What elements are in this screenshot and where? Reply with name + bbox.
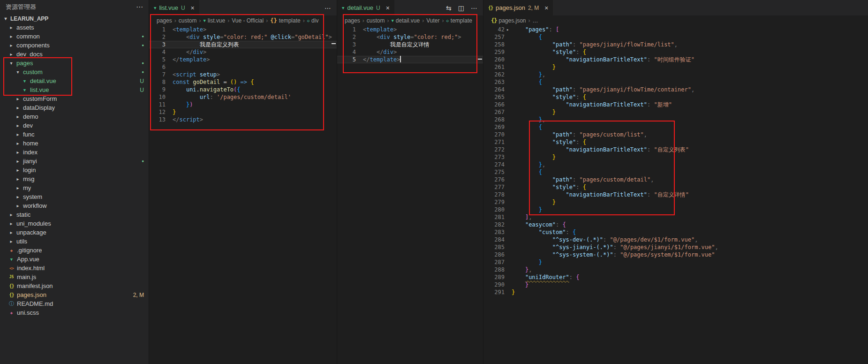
tree-item-login[interactable]: ▸login	[0, 166, 149, 174]
tab-list-vue[interactable]: ▼ list.vue U ×	[149, 0, 200, 15]
breadcrumb-item-template[interactable]: {}template	[270, 17, 300, 24]
code-line[interactable]: 285 "^sys-jianyi-(.*)": "@/pages/jianyi/…	[483, 243, 868, 251]
code-line[interactable]: 290 }	[483, 281, 868, 288]
tree-item-custom[interactable]: ▾custom●	[0, 68, 149, 76]
tree-item-customform[interactable]: ▸customForm	[0, 94, 149, 103]
breadcrumb-item-custom[interactable]: custom	[367, 17, 385, 24]
tree-root-learun-app[interactable]: ▾ LEARUN_APP	[0, 14, 149, 23]
code-editor[interactable]: 1<template>2 <div style="color: red;" @c…	[149, 26, 337, 364]
code-line[interactable]: 280 }	[483, 206, 868, 213]
tree-item-app.vue[interactable]: ▼App.vue	[0, 255, 149, 264]
tree-item-static[interactable]: ▸static	[0, 210, 149, 219]
tree-item-datadisplay[interactable]: ▸dataDisplay	[0, 103, 149, 112]
code-line[interactable]: 6	[149, 63, 337, 71]
code-line[interactable]: 261 }	[483, 63, 868, 71]
code-line[interactable]: 286 "^sys-system-(.*)": "@/pages/system/…	[483, 251, 868, 258]
tree-item-demo[interactable]: ▸demo	[0, 112, 149, 121]
explorer-more-actions-icon[interactable]: ⋯	[136, 3, 143, 11]
code-line[interactable]: 8const goDetail = () => {	[149, 78, 337, 86]
tree-item-manifest.json[interactable]: {}manifest.json	[0, 281, 149, 290]
code-line[interactable]: 260 "navigationBarTitleText": "时间组件验证"	[483, 56, 868, 63]
tree-item-uni.scss[interactable]: ◈uni.scss	[0, 308, 149, 317]
code-editor[interactable]: 1<template>2 <div style="color: red;">3 …	[337, 26, 483, 364]
code-line[interactable]: 281 ],	[483, 213, 868, 221]
code-line[interactable]: 264 "path": "pages/jianyi/flowTime/conta…	[483, 86, 868, 93]
breadcrumb-item-detail.vue[interactable]: ▼detail.vue	[391, 17, 420, 24]
breadcrumb-item-pages.json[interactable]: {}pages.json	[491, 17, 526, 24]
code-line[interactable]: 1<template>	[149, 26, 337, 33]
tree-item-readme.md[interactable]: ⓘREADME.md	[0, 299, 149, 308]
breadcrumb-item-vuter[interactable]: Vuter	[426, 17, 439, 24]
code-line[interactable]: 278 "navigationBarTitleText": "自定义详情"	[483, 191, 868, 198]
code-line[interactable]: 2 <div style="color: red;">	[337, 33, 483, 41]
code-line[interactable]: 279 }	[483, 198, 868, 206]
close-icon[interactable]: ×	[386, 4, 390, 12]
tree-item-home[interactable]: ▸home	[0, 139, 149, 148]
tree-item-index.html[interactable]: <>index.html	[0, 264, 149, 273]
tree-item-workflow[interactable]: ▸workflow	[0, 201, 149, 210]
code-line[interactable]: 289 "uniIdRouter": {	[483, 273, 868, 281]
more-actions-icon[interactable]: ⋯	[471, 4, 477, 12]
tree-item-my[interactable]: ▸my	[0, 183, 149, 192]
code-line[interactable]: 266 "navigationBarTitleText": "新增"	[483, 101, 868, 108]
split-editor-icon[interactable]: ◫	[458, 4, 464, 12]
tree-item-index[interactable]: ▸index	[0, 148, 149, 157]
breadcrumb-item-template[interactable]: ◇template	[446, 17, 472, 24]
code-line[interactable]: 275 {	[483, 168, 868, 176]
open-changes-icon[interactable]: ⇆	[446, 4, 452, 12]
fold-collapsed-icon[interactable]: ▸	[506, 26, 509, 33]
code-line[interactable]: 267 }	[483, 108, 868, 116]
tree-item-jianyi[interactable]: ▸jianyi●	[0, 157, 149, 166]
tree-item-dev_docs[interactable]: ▸dev_docs	[0, 50, 149, 59]
code-line[interactable]: 258 "path": "pages/jianyi/flowTime/list"…	[483, 41, 868, 48]
code-line[interactable]: 12}	[149, 108, 337, 116]
tree-item-msg[interactable]: ▸msg	[0, 174, 149, 183]
breadcrumb-item-list.vue[interactable]: ▼list.vue	[203, 17, 225, 24]
code-line[interactable]: 276 "path": "pages/custom/detail",	[483, 176, 868, 183]
code-line[interactable]: 42▸ "pages": [	[483, 26, 868, 33]
code-line[interactable]: 9 uni.navigateTo({	[149, 86, 337, 93]
tree-item-main.js[interactable]: JSmain.js	[0, 273, 149, 281]
code-line[interactable]: 284 "^sys-dev-(.*)": "@/pages/dev/$1/for…	[483, 236, 868, 243]
tree-item-.gitignore[interactable]: ◆.gitignore	[0, 246, 149, 255]
code-line[interactable]: 269 {	[483, 123, 868, 131]
tree-item-list.vue[interactable]: ▼list.vueU	[0, 85, 149, 94]
close-icon[interactable]: ×	[544, 4, 548, 12]
tab-pages-json[interactable]: {} pages.json 2, M ×	[483, 0, 553, 15]
code-line[interactable]: 270 "path": "pages/custom/list",	[483, 131, 868, 138]
code-line[interactable]: 5</template>	[149, 56, 337, 63]
code-line[interactable]: 4 </div>	[337, 48, 483, 56]
code-line[interactable]: 3 我是自定义列表	[149, 41, 337, 48]
code-line[interactable]: 4 </div>	[149, 48, 337, 56]
tab-detail-vue[interactable]: ▼ detail.vue U ×	[337, 0, 395, 15]
code-line[interactable]: 10 url: '/pages/custom/detail'	[149, 93, 337, 101]
tree-item-assets[interactable]: ▸assets	[0, 23, 149, 32]
tree-item-dev[interactable]: ▸dev	[0, 121, 149, 130]
code-line[interactable]: 5</template>	[337, 56, 483, 63]
tree-item-components[interactable]: ▸components●	[0, 41, 149, 50]
code-line[interactable]: 271 "style": {	[483, 138, 868, 146]
tree-item-pages[interactable]: ▾pages●	[0, 59, 149, 68]
code-line[interactable]: 268 },	[483, 116, 868, 123]
breadcrumb-item-pages[interactable]: pages	[157, 17, 172, 24]
tree-item-common[interactable]: ▸common●	[0, 32, 149, 41]
breadcrumb-item-vue-official[interactable]: Vue - Official	[232, 17, 264, 24]
tree-item-unpackage[interactable]: ▸unpackage	[0, 228, 149, 237]
code-line[interactable]: 272 "navigationBarTitleText": "自定义列表"	[483, 146, 868, 153]
code-line[interactable]: 277 "style": {	[483, 183, 868, 191]
code-line[interactable]: 288 },	[483, 266, 868, 273]
tree-item-pages.json[interactable]: {}pages.json2, M	[0, 290, 149, 299]
code-line[interactable]: 282 "easycom": {	[483, 221, 868, 228]
tree-item-detail.vue[interactable]: ▼detail.vueU	[0, 76, 149, 85]
code-line[interactable]: 257 {	[483, 33, 868, 41]
code-line[interactable]: 259 "style": {	[483, 48, 868, 56]
code-line[interactable]: 287 }	[483, 258, 868, 266]
code-line[interactable]: 2 <div style="color: red;" @click="goDet…	[149, 33, 337, 41]
code-line[interactable]: 265 "style": {	[483, 93, 868, 101]
more-actions-icon[interactable]: ⋯	[325, 4, 331, 12]
code-line[interactable]: 273 }	[483, 153, 868, 161]
tree-item-system[interactable]: ▸system	[0, 192, 149, 201]
breadcrumb-item-custom[interactable]: custom	[179, 17, 197, 24]
breadcrumb-item--[interactable]: …	[533, 17, 538, 24]
code-line[interactable]: 13</script>	[149, 116, 337, 123]
